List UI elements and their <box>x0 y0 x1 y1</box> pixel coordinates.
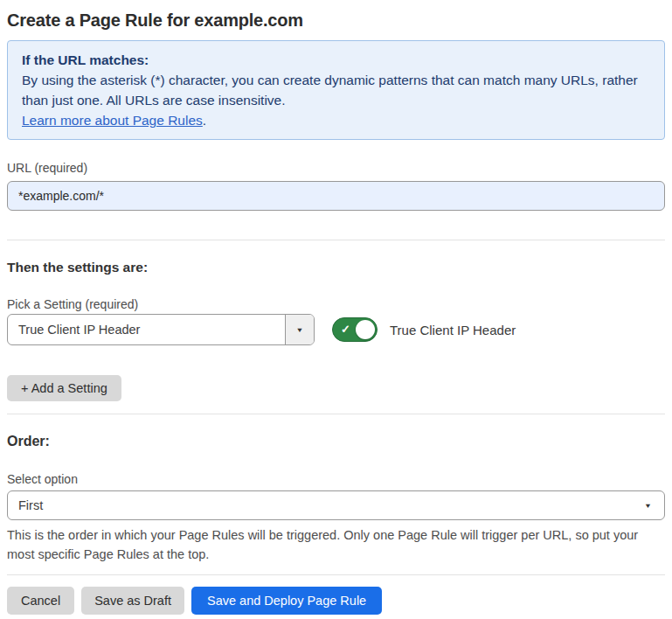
save-draft-button[interactable]: Save as Draft <box>81 587 184 615</box>
save-deploy-button[interactable]: Save and Deploy Page Rule <box>191 587 382 615</box>
setting-toggle[interactable]: ✓ <box>332 317 378 342</box>
divider <box>7 414 665 414</box>
check-icon: ✓ <box>341 323 350 335</box>
setting-row: True Client IP Header ▼ ✓ True Client IP… <box>7 314 665 345</box>
order-select-label: Select option <box>7 470 665 488</box>
url-match-info-box: If the URL matches: By using the asteris… <box>7 40 665 140</box>
cancel-button[interactable]: Cancel <box>7 587 74 615</box>
info-box-heading: If the URL matches: <box>22 50 650 70</box>
order-section-heading: Order: <box>7 432 665 451</box>
setting-select-value: True Client IP Header <box>8 323 150 337</box>
setting-picker-label: Pick a Setting (required) <box>7 296 665 313</box>
page-title: Create a Page Rule for example.com <box>7 9 665 31</box>
order-help-text: This is the order in which your Page Rul… <box>7 525 658 564</box>
learn-more-link[interactable]: Learn more about Page Rules <box>22 113 203 128</box>
setting-select[interactable]: True Client IP Header ▼ <box>7 314 315 345</box>
divider <box>7 240 665 240</box>
order-select-value: First <box>8 498 53 512</box>
settings-section-heading: Then the settings are: <box>7 259 665 276</box>
caret-down-icon: ▼ <box>644 502 652 510</box>
info-box-body: By using the asterisk (*) character, you… <box>22 70 650 110</box>
add-setting-button[interactable]: + Add a Setting <box>7 375 121 401</box>
toggle-knob <box>356 320 375 339</box>
page-rule-form: Create a Page Rule for example.com If th… <box>0 0 672 619</box>
order-select[interactable]: First ▼ <box>7 490 665 520</box>
url-input[interactable] <box>7 181 665 211</box>
url-field-label: URL (required) <box>7 159 665 177</box>
divider <box>7 574 665 575</box>
toggle-label: True Client IP Header <box>390 323 516 337</box>
info-box-link-line: Learn more about Page Rules. <box>22 110 650 130</box>
link-period: . <box>203 113 206 128</box>
footer-actions: Cancel Save as Draft Save and Deploy Pag… <box>7 587 665 615</box>
caret-down-icon: ▼ <box>285 315 314 344</box>
